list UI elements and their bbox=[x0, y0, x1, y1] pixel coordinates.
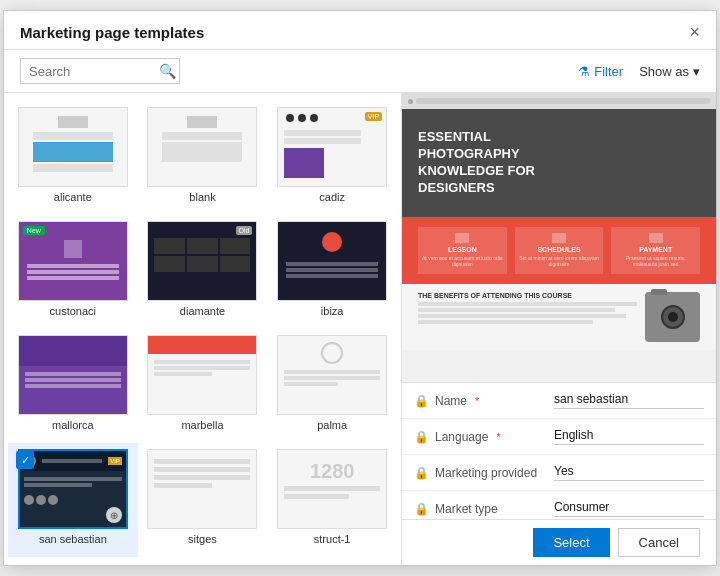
preview-card-schedules: SCHEDULES Set at minim at vero lorem ali… bbox=[515, 227, 604, 274]
preview-bottom-text: THE BENEFITS OF ATTENDING THIS COURSE bbox=[418, 292, 637, 326]
template-item-cadiz[interactable]: VIP cadiz bbox=[267, 101, 397, 215]
template-item-alicante[interactable]: alicante bbox=[8, 101, 138, 215]
template-item-palma[interactable]: palma bbox=[267, 329, 397, 443]
template-preview-image: ESSENTIALPHOTOGRAPHYKNOWLEDGE FORDESIGNE… bbox=[402, 93, 716, 382]
preview-card-payment: PAYMENT Praesent ut sapien mauris, males… bbox=[611, 227, 700, 274]
selected-check-icon: ✓ bbox=[16, 451, 34, 469]
preview-hero-title: ESSENTIALPHOTOGRAPHYKNOWLEDGE FORDESIGNE… bbox=[418, 129, 700, 197]
template-item-marbella[interactable]: marbella bbox=[138, 329, 268, 443]
template-item-ibiza[interactable]: ibiza bbox=[267, 215, 397, 329]
template-item-custonaci[interactable]: New custonaci bbox=[8, 215, 138, 329]
template-item-san-sebastian[interactable]: ✓ VIP bbox=[8, 443, 138, 557]
select-button[interactable]: Select bbox=[533, 528, 609, 557]
lock-icon-market-type: 🔒 bbox=[414, 502, 429, 516]
dialog-toolbar: 🔍 ⚗ Filter Show as ▾ bbox=[4, 50, 716, 93]
preview-card-payment-title: PAYMENT bbox=[615, 246, 696, 253]
dialog-header: Marketing page templates × bbox=[4, 11, 716, 50]
search-input[interactable] bbox=[29, 64, 159, 79]
template-thumb-custonaci: New bbox=[18, 221, 128, 301]
show-as-label: Show as bbox=[639, 64, 689, 79]
toolbar-right: ⚗ Filter Show as ▾ bbox=[578, 64, 700, 79]
template-name-ibiza: ibiza bbox=[321, 305, 344, 317]
template-thumb-san-sebastian: VIP ⊕ bbox=[18, 449, 128, 529]
old-badge: Old bbox=[236, 226, 253, 235]
template-name-cadiz: cadiz bbox=[319, 191, 345, 203]
new-badge: New bbox=[23, 226, 45, 235]
template-thumb-mallorca bbox=[18, 335, 128, 415]
search-icon: 🔍 bbox=[159, 63, 176, 79]
template-item-struct1[interactable]: 1280 struct-1 bbox=[267, 443, 397, 557]
preview-cards-section: LESSON At vero eos et accusam et iusto o… bbox=[402, 217, 716, 284]
preview-card-schedules-title: SCHEDULES bbox=[519, 246, 600, 253]
template-thumb-diamante: Old bbox=[147, 221, 257, 301]
template-item-blank[interactable]: blank bbox=[138, 101, 268, 215]
filter-icon: ⚗ bbox=[578, 64, 590, 79]
property-name-label: 🔒 Name * bbox=[414, 394, 554, 408]
template-name-diamante: diamante bbox=[180, 305, 225, 317]
close-button[interactable]: × bbox=[689, 23, 700, 41]
template-thumb-blank bbox=[147, 107, 257, 187]
preview-camera-image bbox=[645, 292, 700, 342]
template-name-custonaci: custonaci bbox=[50, 305, 96, 317]
filter-button[interactable]: ⚗ Filter bbox=[578, 64, 623, 79]
property-language-label: 🔒 Language * bbox=[414, 430, 554, 444]
template-item-mallorca[interactable]: mallorca bbox=[8, 329, 138, 443]
property-language: 🔒 Language * English bbox=[402, 419, 716, 455]
template-item-diamante[interactable]: Old diamante bbox=[138, 215, 268, 329]
property-market-type-value: Consumer bbox=[554, 500, 704, 517]
template-name-marbella: marbella bbox=[181, 419, 223, 431]
search-box[interactable]: 🔍 bbox=[20, 58, 180, 84]
preview-card-payment-text: Praesent ut sapien mauris, malesuada jus… bbox=[615, 255, 696, 268]
template-name-alicante: alicante bbox=[54, 191, 92, 203]
dialog-title: Marketing page templates bbox=[20, 24, 204, 41]
preview-hero-section: ESSENTIALPHOTOGRAPHYKNOWLEDGE FORDESIGNE… bbox=[402, 109, 716, 217]
property-name-value: san sebastian bbox=[554, 392, 704, 409]
property-language-value: English bbox=[554, 428, 704, 445]
show-as-button[interactable]: Show as ▾ bbox=[639, 64, 700, 79]
required-indicator-name: * bbox=[475, 395, 479, 407]
preview-bottom-section: THE BENEFITS OF ATTENDING THIS COURSE bbox=[402, 284, 716, 350]
lock-icon-marketing: 🔒 bbox=[414, 466, 429, 480]
template-thumb-cadiz: VIP bbox=[277, 107, 387, 187]
preview-card-lesson-text: At vero eos et accusam et iusto odio dig… bbox=[422, 255, 503, 268]
property-marketing-provided-value: Yes bbox=[554, 464, 704, 481]
lock-icon-language: 🔒 bbox=[414, 430, 429, 444]
preview-card-schedules-text: Set at minim at vero lorem aliquyam dign… bbox=[519, 255, 600, 268]
template-thumb-sitges bbox=[147, 449, 257, 529]
property-market-type: 🔒 Market type Consumer bbox=[402, 491, 716, 519]
lock-icon-name: 🔒 bbox=[414, 394, 429, 408]
required-indicator-language: * bbox=[496, 431, 500, 443]
template-name-blank: blank bbox=[189, 191, 215, 203]
property-name: 🔒 Name * san sebastian bbox=[402, 383, 716, 419]
properties-area: 🔒 Name * san sebastian 🔒 Language * Engl… bbox=[402, 383, 716, 519]
template-name-sitges: sitges bbox=[188, 533, 217, 545]
template-item-sitges[interactable]: sitges bbox=[138, 443, 268, 557]
template-list-panel: alicante blank bbox=[4, 93, 402, 565]
preview-course-title: THE BENEFITS OF ATTENDING THIS COURSE bbox=[418, 292, 637, 299]
template-name-san-sebastian: san sebastian bbox=[39, 533, 107, 545]
template-thumb-marbella bbox=[147, 335, 257, 415]
preview-details-panel: ESSENTIALPHOTOGRAPHYKNOWLEDGE FORDESIGNE… bbox=[402, 93, 716, 565]
vip-badge: VIP bbox=[365, 112, 382, 121]
property-marketing-provided: 🔒 Marketing provided Yes bbox=[402, 455, 716, 491]
cancel-button[interactable]: Cancel bbox=[618, 528, 700, 557]
preview-card-lesson-title: LESSON bbox=[422, 246, 503, 253]
template-preview-area: ESSENTIALPHOTOGRAPHYKNOWLEDGE FORDESIGNE… bbox=[402, 93, 716, 383]
magnify-icon: ⊕ bbox=[106, 507, 122, 523]
template-name-mallorca: mallorca bbox=[52, 419, 94, 431]
template-grid: alicante blank bbox=[4, 93, 401, 565]
template-name-palma: palma bbox=[317, 419, 347, 431]
template-thumb-alicante bbox=[18, 107, 128, 187]
preview-card-lesson: LESSON At vero eos et accusam et iusto o… bbox=[418, 227, 507, 274]
template-thumb-ibiza bbox=[277, 221, 387, 301]
template-name-struct1: struct-1 bbox=[314, 533, 351, 545]
template-thumb-struct1: 1280 bbox=[277, 449, 387, 529]
property-market-type-label: 🔒 Market type bbox=[414, 502, 554, 516]
template-thumb-palma bbox=[277, 335, 387, 415]
dialog-body: alicante blank bbox=[4, 93, 716, 565]
marketing-templates-dialog: Marketing page templates × 🔍 ⚗ Filter Sh… bbox=[3, 10, 717, 566]
chevron-down-icon: ▾ bbox=[693, 64, 700, 79]
filter-label: Filter bbox=[594, 64, 623, 79]
property-marketing-provided-label: 🔒 Marketing provided bbox=[414, 466, 554, 480]
preview-browser-bar bbox=[402, 93, 716, 109]
